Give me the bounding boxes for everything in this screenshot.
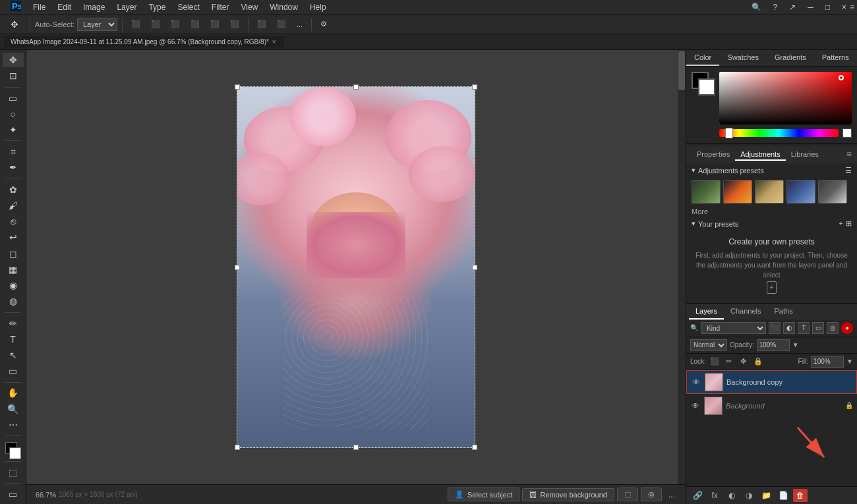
crop-tool[interactable]: ⌗	[3, 144, 24, 159]
menu-edit[interactable]: Edit	[52, 1, 76, 13]
tab-swatches[interactable]: Swatches	[719, 50, 767, 66]
hue-slider-handle[interactable]	[725, 128, 733, 138]
screen-mode-btn[interactable]: ▭	[3, 487, 24, 501]
help-icon[interactable]: ?	[768, 1, 783, 13]
app-logo[interactable]: Ps	[5, 0, 26, 14]
fill-input[interactable]	[811, 356, 844, 368]
preset-thumbnail-2[interactable]	[723, 180, 752, 204]
menu-file[interactable]: File	[28, 1, 51, 13]
handle-br[interactable]	[472, 445, 477, 450]
tab-patterns[interactable]: Patterns	[814, 50, 857, 66]
layer-fx-btn[interactable]: fx	[707, 489, 722, 502]
color-saturation-picker[interactable]	[719, 72, 852, 125]
menu-filter[interactable]: Filter	[206, 1, 235, 13]
text-tool[interactable]: T	[3, 332, 24, 347]
your-presets-collapse-icon[interactable]: ▾	[692, 219, 695, 228]
tab-paths[interactable]: Paths	[768, 304, 800, 320]
menu-layer[interactable]: Layer	[111, 1, 142, 13]
lock-pixels-btn[interactable]: ⬛	[709, 356, 721, 368]
active-document-tab[interactable]: WhatsApp Image 2024-09-11 at 11.25.09 AM…	[4, 36, 283, 47]
extras-tool[interactable]: ⋯	[3, 418, 24, 432]
layer-delete-btn[interactable]: 🗑	[793, 489, 808, 502]
filter-toggle[interactable]: ●	[841, 322, 853, 334]
align-right-btn[interactable]: ⬛	[226, 18, 243, 30]
menu-type[interactable]: Type	[143, 1, 171, 13]
scrollbar-thumb[interactable]	[678, 51, 685, 90]
pen-tool[interactable]: ✏	[3, 316, 24, 330]
magic-wand-tool[interactable]: ✦	[3, 123, 24, 137]
tab-close-btn[interactable]: ×	[272, 38, 276, 45]
mask-btn[interactable]: ⬚	[617, 488, 638, 501]
align-hcenter-btn[interactable]: ⬛	[206, 18, 223, 30]
path-select-tool[interactable]: ↖	[3, 348, 24, 362]
preset-thumbnail-1[interactable]	[692, 180, 721, 204]
presets-collapse-icon[interactable]: ▾	[692, 166, 695, 175]
tab-channels[interactable]: Channels	[724, 304, 767, 320]
blend-mode-dropdown[interactable]: Normal Multiply Screen	[690, 339, 727, 351]
move-tool[interactable]: ✥	[3, 53, 24, 67]
handle-tc[interactable]	[353, 84, 359, 90]
search-icon[interactable]: 🔍	[746, 1, 767, 13]
tab-color[interactable]: Color	[686, 50, 719, 66]
quick-mask-btn[interactable]: ⬚	[3, 465, 24, 480]
distribute2-btn[interactable]: ⬛	[273, 18, 290, 30]
presets-view-btn[interactable]: ⊞	[846, 219, 852, 228]
layer-new-btn[interactable]: 📄	[776, 489, 790, 502]
menu-window[interactable]: Window	[264, 1, 303, 13]
image-container[interactable]	[237, 86, 475, 448]
tab-gradients[interactable]: Gradients	[767, 50, 814, 66]
canvas-scrollbar-vertical[interactable]	[678, 50, 686, 484]
move-tool-icon[interactable]: ✥	[4, 15, 25, 34]
blur-tool[interactable]: ◉	[3, 278, 24, 293]
align-vcenter-btn[interactable]: ⬛	[147, 18, 164, 30]
tab-layers[interactable]: Layers	[689, 304, 724, 320]
more-presets-btn[interactable]: More	[686, 206, 857, 217]
layer-adjustment-btn[interactable]: ◑	[742, 489, 756, 502]
share-icon[interactable]: ↗	[784, 1, 801, 13]
eyedropper-tool[interactable]: ✒	[3, 160, 24, 175]
gradient-tool[interactable]: ▦	[3, 262, 24, 277]
opacity-chevron[interactable]: ▼	[792, 341, 799, 349]
layer-item-background[interactable]: 👁 Background 🔒	[686, 394, 857, 418]
handle-bc[interactable]	[353, 445, 359, 450]
smart-object-filter[interactable]: ◎	[827, 322, 839, 334]
layer-mask-btn[interactable]: ◐	[724, 489, 739, 502]
pixel-layer-filter[interactable]: ⬛	[769, 322, 781, 334]
presets-list-icon[interactable]: ☰	[845, 166, 852, 175]
tab-properties[interactable]: Properties	[692, 149, 735, 161]
menu-help[interactable]: Help	[305, 1, 332, 13]
handle-bl[interactable]	[235, 445, 240, 450]
color-opacity-strip[interactable]	[842, 128, 852, 138]
tab-adjustments[interactable]: Adjustments	[735, 149, 786, 161]
zoom-tool[interactable]: 🔍	[3, 402, 24, 416]
menu-view[interactable]: View	[235, 1, 263, 13]
shape-layer-filter[interactable]: ▭	[812, 322, 824, 334]
handle-tl[interactable]	[235, 84, 240, 90]
handle-mr[interactable]	[472, 265, 477, 270]
history-brush-tool[interactable]: ↩	[3, 230, 24, 244]
preset-thumbnail-5[interactable]	[818, 180, 847, 204]
menu-image[interactable]: Image	[78, 1, 110, 13]
lock-all-btn[interactable]: 🔒	[752, 356, 764, 368]
layer-item-background-copy[interactable]: 👁 Background copy	[686, 370, 857, 394]
handle-tr[interactable]	[472, 84, 477, 90]
hand-tool[interactable]: ✋	[3, 385, 24, 400]
add-preset-btn[interactable]: +	[839, 219, 843, 228]
preset-thumbnail-3[interactable]	[755, 180, 784, 204]
color-picker-handle[interactable]	[839, 75, 844, 80]
artboard-tool[interactable]: ⊡	[3, 69, 24, 83]
settings-btn[interactable]: ⚙	[316, 18, 331, 30]
marquee-tool[interactable]: ▭	[3, 90, 24, 105]
remove-background-btn[interactable]: 🖼 Remove background	[522, 488, 614, 501]
layer-link-btn[interactable]: 🔗	[690, 489, 705, 502]
autoselect-dropdown[interactable]: Layer Group	[77, 18, 117, 31]
layer-group-btn[interactable]: 📁	[759, 489, 773, 502]
background-swatch[interactable]	[698, 78, 715, 96]
more-options-btn[interactable]: ...	[293, 18, 307, 30]
layer-visibility-background-copy[interactable]: 👁	[691, 377, 701, 387]
minimize-icon[interactable]: ─	[802, 1, 819, 13]
hue-slider[interactable]	[719, 129, 839, 137]
color-picker[interactable]	[3, 442, 24, 458]
dodge-tool[interactable]: ◍	[3, 294, 24, 308]
adjustments-panel-menu[interactable]: ≡	[846, 149, 852, 161]
